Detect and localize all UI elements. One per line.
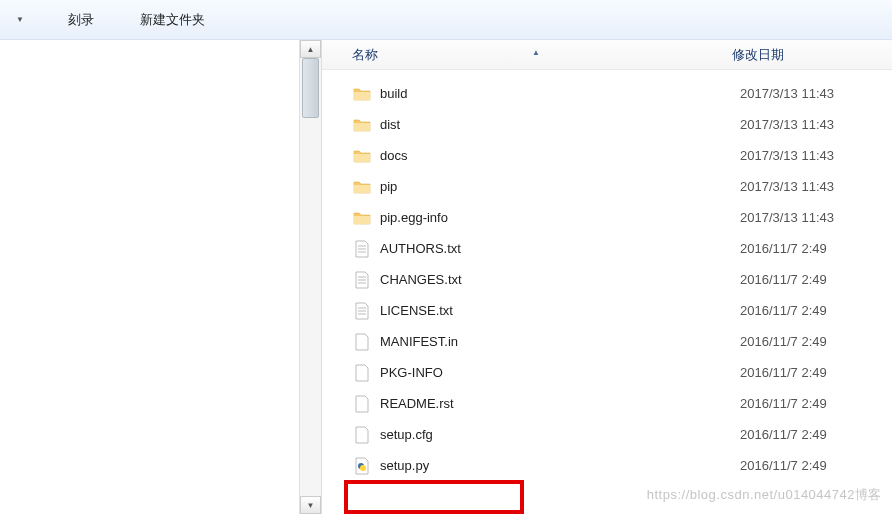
file-date: 2016/11/7 2:49	[740, 427, 827, 442]
file-row[interactable]: docs2017/3/13 11:43	[322, 140, 892, 171]
scroll-track[interactable]	[300, 58, 321, 496]
file-icon	[352, 425, 372, 445]
toolbar-dropdown[interactable]: ▼	[10, 11, 30, 28]
column-name-label: 名称	[352, 47, 378, 62]
file-icon	[352, 363, 372, 383]
svg-point-10	[360, 465, 366, 471]
file-name: AUTHORS.txt	[380, 241, 740, 256]
text-icon	[352, 301, 372, 321]
text-icon	[352, 270, 372, 290]
file-row[interactable]: LICENSE.txt2016/11/7 2:49	[322, 295, 892, 326]
file-date: 2016/11/7 2:49	[740, 458, 827, 473]
file-date: 2016/11/7 2:49	[740, 303, 827, 318]
file-row[interactable]: setup.cfg2016/11/7 2:49	[322, 419, 892, 450]
folder-icon	[352, 146, 372, 166]
scroll-down-button[interactable]: ▼	[300, 496, 321, 514]
folder-icon	[352, 208, 372, 228]
file-date: 2017/3/13 11:43	[740, 179, 834, 194]
file-name: MANIFEST.in	[380, 334, 740, 349]
python-icon	[352, 456, 372, 476]
scroll-up-button[interactable]: ▲	[300, 40, 321, 58]
new-folder-button[interactable]: 新建文件夹	[132, 7, 213, 33]
file-row[interactable]: setup.py2016/11/7 2:49	[322, 450, 892, 481]
file-pane: 名称 ▲ 修改日期 build2017/3/13 11:43dist2017/3…	[322, 40, 892, 514]
file-icon	[352, 394, 372, 414]
column-modified-label: 修改日期	[732, 47, 784, 62]
file-row[interactable]: MANIFEST.in2016/11/7 2:49	[322, 326, 892, 357]
text-icon	[352, 239, 372, 259]
file-name: docs	[380, 148, 740, 163]
file-row[interactable]: AUTHORS.txt2016/11/7 2:49	[322, 233, 892, 264]
file-date: 2016/11/7 2:49	[740, 334, 827, 349]
file-date: 2017/3/13 11:43	[740, 148, 834, 163]
folder-icon	[352, 84, 372, 104]
file-name: pip.egg-info	[380, 210, 740, 225]
file-name: setup.cfg	[380, 427, 740, 442]
file-name: setup.py	[380, 458, 740, 473]
file-name: README.rst	[380, 396, 740, 411]
file-row[interactable]: README.rst2016/11/7 2:49	[322, 388, 892, 419]
file-row[interactable]: build2017/3/13 11:43	[322, 78, 892, 109]
column-name[interactable]: 名称 ▲	[322, 46, 722, 64]
file-date: 2017/3/13 11:43	[740, 210, 834, 225]
file-date: 2017/3/13 11:43	[740, 117, 834, 132]
file-name: LICENSE.txt	[380, 303, 740, 318]
file-date: 2016/11/7 2:49	[740, 365, 827, 380]
burn-button[interactable]: 刻录	[60, 7, 102, 33]
file-row[interactable]: PKG-INFO2016/11/7 2:49	[322, 357, 892, 388]
scrollbar[interactable]: ▲ ▼	[300, 40, 322, 514]
chevron-down-icon: ▼	[16, 15, 24, 24]
file-list: build2017/3/13 11:43dist2017/3/13 11:43d…	[322, 70, 892, 481]
file-date: 2017/3/13 11:43	[740, 86, 834, 101]
file-name: PKG-INFO	[380, 365, 740, 380]
file-row[interactable]: pip.egg-info2017/3/13 11:43	[322, 202, 892, 233]
sort-asc-icon: ▲	[532, 48, 540, 57]
scroll-thumb[interactable]	[302, 58, 319, 118]
folder-icon	[352, 115, 372, 135]
file-date: 2016/11/7 2:49	[740, 241, 827, 256]
navigation-pane[interactable]	[0, 40, 300, 514]
folder-icon	[352, 177, 372, 197]
file-icon	[352, 332, 372, 352]
column-modified[interactable]: 修改日期	[722, 46, 892, 64]
file-date: 2016/11/7 2:49	[740, 272, 827, 287]
file-name: CHANGES.txt	[380, 272, 740, 287]
file-row[interactable]: pip2017/3/13 11:43	[322, 171, 892, 202]
file-name: dist	[380, 117, 740, 132]
file-row[interactable]: CHANGES.txt2016/11/7 2:49	[322, 264, 892, 295]
file-row[interactable]: dist2017/3/13 11:43	[322, 109, 892, 140]
column-headers: 名称 ▲ 修改日期	[322, 40, 892, 70]
file-date: 2016/11/7 2:49	[740, 396, 827, 411]
toolbar: ▼ 刻录 新建文件夹	[0, 0, 892, 40]
file-name: build	[380, 86, 740, 101]
file-name: pip	[380, 179, 740, 194]
content-area: ▲ ▼ 名称 ▲ 修改日期 build2017/3/13 11:43dist20…	[0, 40, 892, 514]
